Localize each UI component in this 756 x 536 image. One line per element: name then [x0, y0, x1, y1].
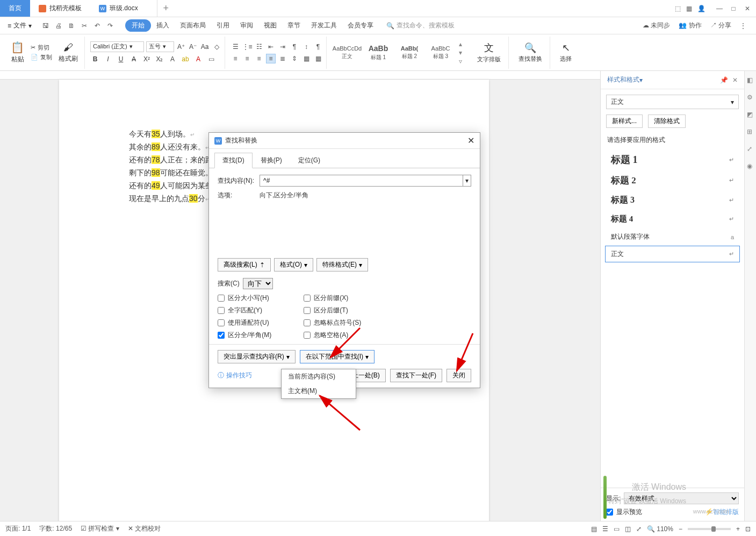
- share-button[interactable]: ↗ 分享: [710, 21, 731, 30]
- align-center-icon[interactable]: ≡: [242, 54, 252, 63]
- showmarks-icon[interactable]: ¶: [313, 42, 323, 52]
- sub-icon[interactable]: X₂: [155, 54, 164, 64]
- tab-home[interactable]: 首页: [0, 0, 30, 17]
- menu-review[interactable]: 审阅: [235, 18, 258, 33]
- redo-icon[interactable]: ↷: [106, 22, 114, 30]
- style-entry[interactable]: 标题 2↵: [605, 170, 740, 190]
- menu-member[interactable]: 会员专享: [342, 18, 379, 33]
- bullets-icon[interactable]: ☰: [231, 42, 240, 52]
- chk-wildcard[interactable]: 使用通配符(U): [218, 318, 271, 327]
- view-icon[interactable]: ⤢: [636, 525, 642, 533]
- tab-template[interactable]: 找稻壳模板: [30, 0, 90, 17]
- style-entry[interactable]: 标题 3↵: [605, 191, 740, 210]
- find-input[interactable]: [260, 175, 463, 187]
- view-icon[interactable]: ▭: [614, 525, 620, 533]
- text-layout-group[interactable]: 文文字排版: [470, 37, 509, 69]
- numbering-icon[interactable]: ⋮≡: [242, 42, 252, 52]
- zoom-level[interactable]: 🔍 110%: [647, 525, 673, 533]
- case-icon[interactable]: Aa: [200, 42, 210, 52]
- multilist-icon[interactable]: ☷: [254, 42, 264, 52]
- word-count[interactable]: 字数: 12/65: [39, 524, 72, 533]
- menu-devtools[interactable]: 开发工具: [306, 18, 342, 33]
- dd-current-selection[interactable]: 当前所选内容(S): [282, 369, 356, 384]
- clear-format-button[interactable]: 清除格式: [648, 115, 686, 128]
- tab-replace[interactable]: 替换(P): [253, 153, 290, 168]
- rail-icon[interactable]: ⊞: [747, 128, 754, 135]
- style-more-icon[interactable]: ▿: [459, 58, 462, 65]
- find-replace-group[interactable]: 🔍查找替换: [511, 37, 550, 69]
- chk-suffix[interactable]: 区分后缀(T): [304, 306, 361, 315]
- view-icon[interactable]: ☰: [602, 525, 608, 533]
- super-icon[interactable]: X²: [142, 54, 152, 64]
- avatar-icon[interactable]: 👤: [697, 5, 705, 12]
- align-left-icon[interactable]: ≡: [231, 54, 240, 63]
- copy-button[interactable]: 📄 复制: [31, 53, 52, 61]
- style-entry[interactable]: 正文↵: [605, 246, 740, 262]
- scrollbar-handle[interactable]: [603, 476, 607, 519]
- line-spacing-icon[interactable]: ⇕: [290, 54, 299, 63]
- coop-button[interactable]: 👥 协作: [679, 21, 701, 30]
- underline-icon[interactable]: U: [116, 54, 126, 64]
- minimize-button[interactable]: —: [716, 5, 723, 12]
- indent-dec-icon[interactable]: ⇤: [266, 42, 276, 52]
- format-button[interactable]: 格式(O) ▾: [274, 258, 313, 271]
- style-down-icon[interactable]: ▾: [459, 49, 462, 56]
- pin-icon[interactable]: 📌: [720, 76, 728, 84]
- dialog-close-icon[interactable]: ✕: [467, 135, 474, 146]
- tab-document[interactable]: W 班级.docx: [90, 0, 157, 17]
- menu-view[interactable]: 视图: [258, 18, 282, 33]
- panel-close-icon[interactable]: ✕: [732, 76, 738, 84]
- grow-font-icon[interactable]: A⁺: [176, 42, 186, 52]
- sort-icon[interactable]: ↕: [301, 42, 311, 52]
- chk-case[interactable]: 区分大小写(H): [218, 294, 271, 303]
- preview-checkbox[interactable]: 显示预览: [606, 508, 642, 517]
- menu-pagelayout[interactable]: 页面布局: [175, 18, 211, 33]
- close-window-button[interactable]: ✕: [744, 5, 751, 12]
- current-style-select[interactable]: 正文▾: [606, 95, 739, 109]
- search-direction[interactable]: 向下: [243, 278, 273, 289]
- indent-inc-icon[interactable]: ⇥: [278, 42, 287, 52]
- rail-icon[interactable]: ⤢: [747, 145, 754, 153]
- borders-icon[interactable]: ▦: [313, 54, 323, 63]
- cut-icon[interactable]: ✂: [80, 22, 89, 30]
- cut-button[interactable]: ✂ 剪切: [31, 44, 52, 52]
- find-next-button[interactable]: 查找下一处(F): [390, 369, 442, 382]
- style-h3[interactable]: AaBbC标题 3: [426, 39, 456, 67]
- save-icon[interactable]: 🖫: [41, 22, 50, 30]
- file-menu[interactable]: ≡ 文件 ▾: [4, 21, 35, 30]
- align-right-icon[interactable]: ≡: [254, 54, 264, 63]
- menu-reference[interactable]: 引用: [211, 18, 235, 33]
- select-group[interactable]: ↖选择: [552, 37, 579, 69]
- font-color-icon[interactable]: A: [193, 54, 203, 64]
- font-size[interactable]: 五号 ▾: [146, 41, 174, 52]
- style-entry[interactable]: 标题 4↵: [605, 210, 740, 228]
- text-effect-icon[interactable]: A: [168, 54, 177, 64]
- paste-button[interactable]: 📋 粘贴: [8, 41, 27, 64]
- style-body[interactable]: AaBbCcDd正文: [332, 39, 362, 67]
- print-icon[interactable]: 🖨: [54, 22, 63, 30]
- menu-chapter[interactable]: 章节: [282, 18, 306, 33]
- undo-icon[interactable]: ↶: [93, 22, 102, 30]
- new-style-button[interactable]: 新样式...: [606, 115, 643, 128]
- clear-format-icon[interactable]: ◇: [212, 42, 221, 52]
- find-in-button[interactable]: 在以下范围中查找(I) ▾: [300, 350, 375, 363]
- format-painter[interactable]: 🖌 格式刷: [55, 42, 81, 63]
- italic-icon[interactable]: I: [103, 54, 113, 64]
- chk-whole[interactable]: 全字匹配(Y): [218, 306, 271, 315]
- grid-icon[interactable]: ▦: [686, 5, 692, 12]
- style-entry[interactable]: 默认段落字体a: [605, 228, 740, 245]
- menu-start[interactable]: 开始: [125, 19, 151, 32]
- highlight-icon[interactable]: ab: [181, 54, 190, 64]
- strike-icon[interactable]: A̶: [129, 54, 139, 64]
- maximize-button[interactable]: □: [730, 5, 737, 12]
- chk-fullhalf[interactable]: 区分全/半角(M): [218, 331, 271, 340]
- tab-find[interactable]: 查找(D): [214, 153, 253, 168]
- chk-space[interactable]: 忽略空格(A): [304, 331, 361, 340]
- tips-link[interactable]: ⓘ 操作技巧: [218, 371, 252, 380]
- view-icon[interactable]: ▤: [591, 525, 597, 533]
- doc-proof[interactable]: ✕ 文档校对: [128, 524, 161, 533]
- zoom-out-icon[interactable]: −: [679, 525, 682, 533]
- layout-icon[interactable]: ⬚: [675, 5, 681, 12]
- align-justify-icon[interactable]: ≡: [266, 54, 276, 63]
- zoom-in-icon[interactable]: +: [736, 525, 740, 533]
